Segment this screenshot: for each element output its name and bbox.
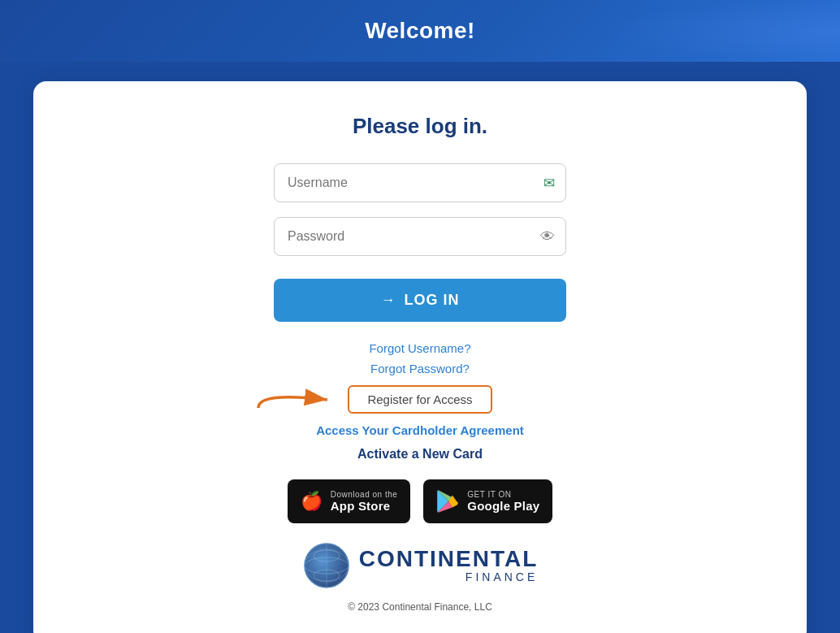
logo-section: CONTINENTAL FINANCE xyxy=(302,541,539,590)
apple-app-store-badge[interactable]: 🍎 Download on the App Store xyxy=(288,479,411,523)
logo-name: CONTINENTAL xyxy=(359,548,539,570)
google-badge-text: GET IT ON Google Play xyxy=(467,490,539,513)
username-field-group: ✉ xyxy=(274,163,566,202)
login-arrow-icon: → xyxy=(380,292,396,309)
apple-badge-main: App Store xyxy=(331,499,398,513)
google-badge-main: Google Play xyxy=(467,499,539,513)
apple-icon: 🍎 xyxy=(301,491,323,512)
activate-card-link[interactable]: Activate a New Card xyxy=(357,447,483,462)
google-play-icon xyxy=(436,490,459,513)
header-title: Welcome! xyxy=(365,18,475,43)
password-field-group: 👁 xyxy=(274,217,566,256)
register-button[interactable]: Register for Access xyxy=(348,385,491,414)
forgot-username-link[interactable]: Forgot Username? xyxy=(369,341,470,355)
google-play-badge[interactable]: GET IT ON Google Play xyxy=(423,479,552,523)
footer: © 2023 Continental Finance, LLC xyxy=(348,601,492,619)
copyright-text: © 2023 Continental Finance, LLC xyxy=(348,601,492,613)
globe-logo-icon xyxy=(302,541,351,590)
apple-badge-text: Download on the App Store xyxy=(331,490,398,513)
username-input[interactable] xyxy=(274,163,566,202)
app-badges-section: 🍎 Download on the App Store GET IT ON Go… xyxy=(288,479,552,523)
logo-text: CONTINENTAL FINANCE xyxy=(359,548,539,583)
main-card: Please log in. ✉ 👁 → LOG IN Forgot Usern… xyxy=(33,81,806,633)
login-button[interactable]: → LOG IN xyxy=(274,279,566,322)
links-section: Forgot Username? Forgot Password? Regist… xyxy=(274,341,566,462)
forgot-password-link[interactable]: Forgot Password? xyxy=(370,362,470,375)
page-header: Welcome! xyxy=(0,0,840,62)
register-wrapper: Register for Access xyxy=(348,385,491,414)
login-button-label: LOG IN xyxy=(404,292,459,309)
cardholder-agreement-link[interactable]: Access Your Cardholder Agreement xyxy=(316,423,524,437)
page-title: Please log in. xyxy=(353,114,487,139)
google-badge-top: GET IT ON xyxy=(467,490,539,499)
arrow-indicator xyxy=(250,385,340,414)
logo-sub: FINANCE xyxy=(359,570,539,583)
password-input[interactable] xyxy=(274,217,566,256)
apple-badge-top: Download on the xyxy=(331,490,398,499)
